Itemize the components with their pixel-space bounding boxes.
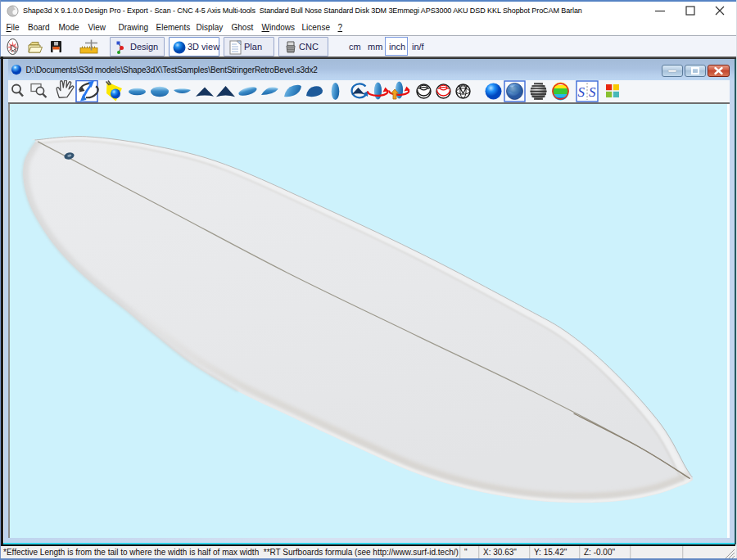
svg-text:S: S xyxy=(577,84,585,100)
svg-text:S: S xyxy=(589,84,596,100)
